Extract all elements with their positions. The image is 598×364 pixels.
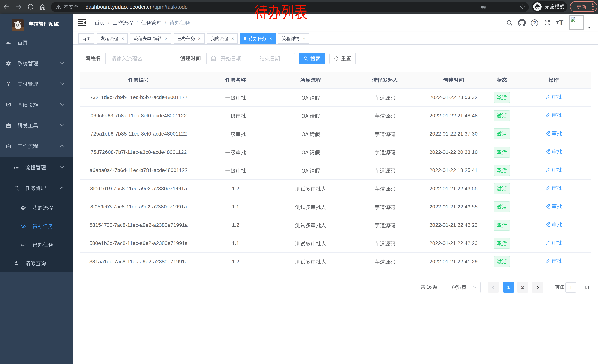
svg-text:¥: ¥ [7,81,10,87]
